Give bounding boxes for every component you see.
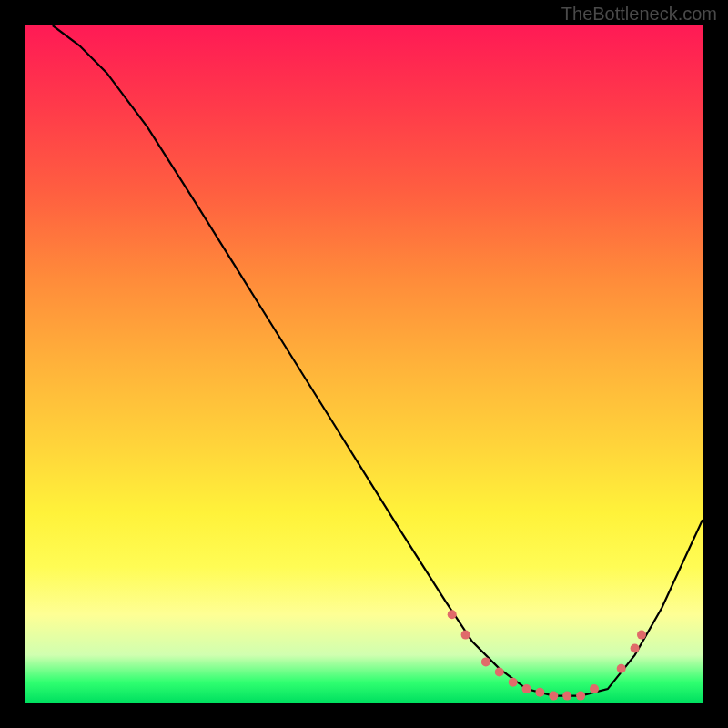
- marker-dot: [509, 678, 518, 687]
- marker-dot: [562, 692, 571, 701]
- highlight-markers: [448, 610, 646, 700]
- marker-dot: [617, 664, 626, 673]
- marker-dot: [448, 610, 457, 619]
- chart-svg: [25, 25, 703, 703]
- marker-dot: [461, 631, 470, 640]
- marker-dot: [576, 692, 585, 701]
- marker-dot: [549, 692, 558, 701]
- bottleneck-curve: [53, 25, 703, 696]
- marker-dot: [535, 688, 544, 697]
- marker-dot: [637, 631, 646, 640]
- marker-dot: [481, 657, 490, 666]
- marker-dot: [495, 668, 504, 677]
- watermark-text: TheBottleneck.com: [561, 4, 717, 25]
- marker-dot: [631, 644, 640, 653]
- marker-dot: [522, 684, 531, 693]
- plot-area: [25, 25, 703, 703]
- marker-dot: [590, 684, 599, 693]
